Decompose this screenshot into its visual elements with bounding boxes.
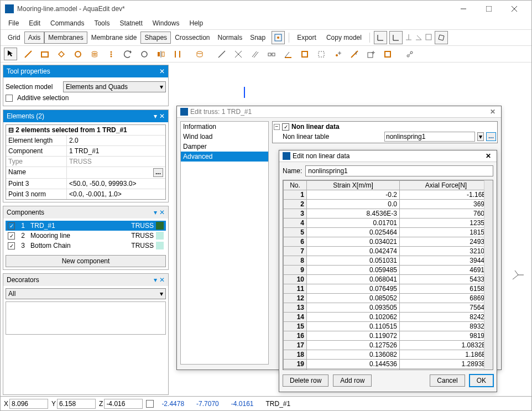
nldata-name-field[interactable] bbox=[305, 165, 493, 176]
table-row[interactable]: 40.017011235.0 bbox=[284, 218, 493, 228]
toggle-normals[interactable]: Normals bbox=[213, 32, 246, 44]
truss-nav-wind-load[interactable]: Wind load bbox=[181, 132, 268, 142]
ring-icon[interactable] bbox=[139, 49, 150, 60]
col-header[interactable]: No. bbox=[284, 181, 307, 190]
connector-icon[interactable] bbox=[266, 49, 277, 60]
component-row[interactable]: ✓1TRD_#1TRUSS bbox=[6, 221, 166, 231]
close-icon[interactable]: ✕ bbox=[159, 209, 165, 216]
nonlinear-table-edit-button[interactable]: ... bbox=[486, 132, 496, 141]
component-checkbox[interactable]: ✓ bbox=[8, 222, 15, 230]
sel-rect-icon[interactable] bbox=[299, 49, 310, 60]
close-icon[interactable]: ✕ bbox=[483, 152, 493, 160]
select-tool[interactable] bbox=[4, 48, 17, 60]
menu-commands[interactable]: Commands bbox=[46, 18, 88, 28]
toggle-axis[interactable]: Axis bbox=[24, 32, 45, 44]
table-row[interactable]: 1-0.2-1.16E5 bbox=[284, 190, 493, 200]
truss-nav-damper[interactable]: Damper bbox=[181, 142, 268, 152]
align-icon-2[interactable] bbox=[415, 33, 423, 43]
rect-tool-icon[interactable] bbox=[39, 49, 50, 60]
col-header[interactable]: Axial Force[N] bbox=[400, 181, 493, 190]
table-row[interactable]: 150.1105158932.0 bbox=[284, 322, 493, 331]
align-icon-3[interactable] bbox=[425, 33, 432, 43]
line-tool-icon[interactable] bbox=[23, 49, 34, 60]
table-row[interactable]: 80.0510313944.0 bbox=[284, 256, 493, 266]
table-row[interactable]: 130.0935057564.0 bbox=[284, 303, 493, 313]
table-row[interactable]: 110.0764956158.0 bbox=[284, 284, 493, 294]
nldata-table[interactable]: No.Strain X[m/m]Axial Force[N] 1-0.2-1.1… bbox=[283, 180, 493, 370]
menu-windows[interactable]: Windows bbox=[148, 18, 184, 28]
x-field[interactable] bbox=[9, 399, 48, 409]
z-field[interactable] bbox=[104, 399, 143, 409]
close-icon[interactable]: ✕ bbox=[159, 112, 165, 120]
menu-edit[interactable]: Edit bbox=[24, 18, 45, 28]
table-row[interactable]: 200.1530931.3924E4 bbox=[284, 369, 493, 371]
menu-file[interactable]: File bbox=[4, 18, 23, 28]
menu-help[interactable]: Help bbox=[185, 18, 207, 28]
diag-line-icon[interactable] bbox=[216, 49, 227, 60]
table-row[interactable]: 90.0594854691.0 bbox=[284, 266, 493, 275]
prop-val[interactable]: 2.0 bbox=[67, 136, 165, 145]
minimize-button[interactable] bbox=[451, 1, 476, 17]
angle-icon[interactable] bbox=[283, 49, 294, 60]
table-row[interactable]: 190.1445361.2893E4 bbox=[284, 360, 493, 369]
sel-rect-dashed-icon[interactable] bbox=[316, 49, 327, 60]
toggle-crossection[interactable]: Crossection bbox=[171, 32, 213, 44]
table-row[interactable]: 170.1275261.0832E4 bbox=[284, 341, 493, 350]
table-row[interactable]: 60.0340212493.0 bbox=[284, 237, 493, 247]
table-row[interactable]: 20.0369.0 bbox=[284, 200, 493, 209]
nldata-titlebar[interactable]: Edit non linear data ✕ bbox=[279, 150, 497, 162]
selection-model-select[interactable]: Elements and Quads ▾ bbox=[63, 81, 166, 92]
component-checkbox[interactable]: ✓ bbox=[8, 242, 15, 249]
stack-tool-icon[interactable] bbox=[89, 49, 100, 60]
chevron-down-icon[interactable]: ▾ bbox=[154, 276, 157, 284]
cancel-button[interactable]: Cancel bbox=[430, 374, 465, 387]
view-xz-icon[interactable] bbox=[389, 31, 403, 44]
y-field[interactable] bbox=[57, 399, 96, 409]
chevron-down-icon[interactable]: ▾ bbox=[477, 132, 484, 141]
col-header[interactable]: Strain X[m/m] bbox=[307, 181, 400, 190]
perspective-icon[interactable] bbox=[435, 31, 448, 44]
close-icon[interactable]: ✕ bbox=[159, 276, 165, 284]
prop-val[interactable]: TRUSS bbox=[67, 157, 165, 167]
menu-tools[interactable]: Tools bbox=[90, 18, 114, 28]
edit-button[interactable]: ... bbox=[153, 168, 163, 177]
toggle-snap[interactable]: Snap bbox=[246, 32, 269, 44]
snap-options-icon[interactable] bbox=[272, 31, 285, 44]
add-point-icon[interactable] bbox=[332, 49, 343, 60]
table-row[interactable]: 100.0680415433.0 bbox=[284, 275, 493, 284]
ok-button[interactable]: OK bbox=[470, 374, 493, 387]
table-row[interactable]: 38.4536E-3760.0 bbox=[284, 209, 493, 218]
delete-row-button[interactable]: Delete row bbox=[283, 374, 328, 387]
table-row[interactable]: 120.0850526869.0 bbox=[284, 294, 493, 303]
component-row[interactable]: ✓2Moooring lineTRUSS bbox=[6, 231, 166, 241]
table-row[interactable]: 70.0424743210.0 bbox=[284, 247, 493, 256]
scrollbar[interactable] bbox=[484, 180, 493, 370]
export-button[interactable]: Export bbox=[293, 32, 320, 44]
prop-val[interactable]: <50.0, -50.0, 99993.0> bbox=[67, 179, 165, 189]
toggle-grid[interactable]: Grid bbox=[4, 32, 24, 44]
point-stack-icon[interactable] bbox=[106, 49, 117, 60]
maximize-button[interactable] bbox=[476, 1, 502, 17]
nonlinear-table-field[interactable] bbox=[384, 132, 475, 142]
propgrid-group[interactable]: ⊟ 2 elements selected from 1 TRD_#1 bbox=[6, 125, 165, 135]
close-icon[interactable]: ✕ bbox=[159, 67, 165, 75]
new-component-button[interactable]: New component bbox=[6, 255, 166, 267]
prop-val[interactable]: 1 TRD_#1 bbox=[67, 146, 165, 156]
toggle-membranes[interactable]: Membranes bbox=[44, 32, 87, 44]
collapse-icon[interactable]: − bbox=[274, 124, 280, 130]
view-xy-icon[interactable] bbox=[374, 31, 387, 44]
nonlinear-checkbox[interactable]: ✓ bbox=[282, 123, 289, 131]
circle-tool-icon[interactable] bbox=[72, 49, 84, 60]
close-icon[interactable]: ✕ bbox=[488, 108, 498, 116]
gap-icon[interactable] bbox=[172, 49, 183, 60]
close-button[interactable] bbox=[502, 1, 527, 17]
undo-icon[interactable] bbox=[122, 49, 133, 60]
toggle-shapes[interactable]: Shapes bbox=[140, 32, 171, 44]
orange-rect-icon[interactable] bbox=[382, 49, 393, 60]
truss-nav-advanced[interactable]: Advanced bbox=[181, 152, 268, 162]
parallel-icon[interactable] bbox=[249, 49, 260, 60]
edit-line-icon[interactable] bbox=[349, 49, 360, 60]
mirror-h-icon[interactable] bbox=[155, 49, 166, 60]
truss-nav-information[interactable]: Information bbox=[181, 122, 268, 132]
toggle-membrane-side[interactable]: Membrane side bbox=[87, 32, 141, 44]
